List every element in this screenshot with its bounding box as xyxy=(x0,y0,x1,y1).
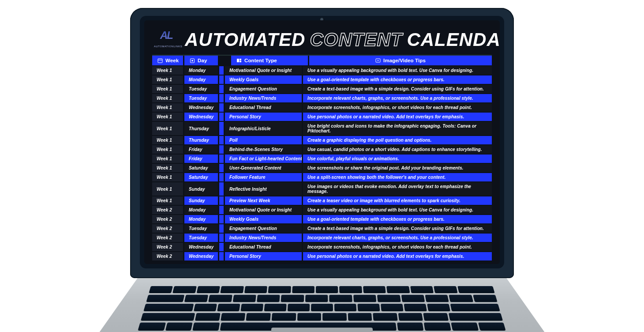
cell-day: Tuesday xyxy=(184,94,218,102)
laptop-base xyxy=(97,278,547,332)
cell-day: Tuesday xyxy=(184,85,218,93)
table-row: Week 2TuesdayEngagement QuestionCreate a… xyxy=(152,224,492,233)
cell-content-type: Follower Feature xyxy=(225,173,302,181)
table-row: Week 2WednesdayEducational ThreadIncorpo… xyxy=(152,243,492,251)
table-row: Week 1MondayWeekly GoalsUse a goal-orien… xyxy=(152,75,492,84)
table-row: Week 1TuesdayIndustry News/TrendsIncorpo… xyxy=(152,94,492,102)
cell-spacer xyxy=(219,173,224,181)
cell-tips: Create a graphic displaying the poll que… xyxy=(303,136,492,144)
cell-tips: Use images or videos that evoke emotion.… xyxy=(303,182,492,196)
cell-content-type: Personal Story xyxy=(225,252,302,260)
cell-spacer xyxy=(219,243,224,251)
cell-tips: Incorporate screenshots, infographics, o… xyxy=(303,103,492,112)
cell-week: Week 1 xyxy=(152,94,183,102)
cell-week: Week 2 xyxy=(152,206,183,214)
cell-week: Week 1 xyxy=(152,85,183,93)
cell-spacer xyxy=(219,196,224,205)
col-header-day: Day xyxy=(184,56,218,65)
cell-spacer xyxy=(219,136,224,144)
cell-content-type: Engagement Question xyxy=(225,224,302,233)
col-header-tips: Image/Video Tips xyxy=(309,56,492,65)
keyboard xyxy=(138,286,506,331)
cell-spacer xyxy=(219,234,224,242)
cell-content-type: Educational Thread xyxy=(225,103,302,112)
cell-spacer xyxy=(219,94,224,102)
table-row: Week 1WednesdayEducational ThreadIncorpo… xyxy=(152,103,492,112)
table-row: Week 2MondayWeekly GoalsUse a goal-orien… xyxy=(152,215,492,223)
cell-content-type: Poll xyxy=(225,136,302,144)
cell-spacer xyxy=(219,215,224,223)
cell-tips: Use screenshots or share the original po… xyxy=(303,164,492,172)
cell-spacer xyxy=(219,75,224,84)
svg-rect-4 xyxy=(237,59,239,62)
cell-week: Week 2 xyxy=(152,252,183,260)
table-row: Week 1SaturdayUser-Generated ContentUse … xyxy=(152,164,492,172)
col-header-week: Week xyxy=(152,56,183,65)
table-row: Week 1TuesdayEngagement QuestionCreate a… xyxy=(152,85,492,93)
image-video-icon xyxy=(375,58,381,63)
header-spacer xyxy=(219,56,230,65)
content-type-icon xyxy=(236,58,242,63)
cell-day: Monday xyxy=(184,66,218,75)
cell-day: Saturday xyxy=(184,173,218,181)
table-row: Week 1ThursdayInfographic/ListicleUse br… xyxy=(152,122,492,135)
cell-content-type: Personal Story xyxy=(225,113,302,121)
cell-day: Wednesday xyxy=(184,243,218,251)
cell-day: Tuesday xyxy=(184,234,218,242)
cell-week: Week 2 xyxy=(152,243,183,251)
svg-rect-5 xyxy=(240,59,241,60)
cell-tips: Incorporate relevant charts, graphs, or … xyxy=(303,234,492,242)
cell-content-type: Preview Next Week xyxy=(225,196,302,205)
cell-spacer xyxy=(219,113,224,121)
display: AL AUTOMATIONLINKS AUTOMATED CONTENT CAL… xyxy=(144,20,500,264)
cell-week: Week 1 xyxy=(152,66,183,75)
cell-content-type: Motivational Quote or Insight xyxy=(225,206,302,214)
cell-tips: Use bright colors and icons to make the … xyxy=(303,122,492,135)
cell-day: Wednesday xyxy=(184,103,218,112)
cell-content-type: User-Generated Content xyxy=(225,164,302,172)
cell-content-type: Reflective Insight xyxy=(225,182,302,196)
cell-day: Friday xyxy=(184,145,218,154)
cell-week: Week 1 xyxy=(152,145,183,154)
title-word-2: CONTENT xyxy=(310,29,402,50)
table-row: Week 2WednesdayPersonal StoryUse persona… xyxy=(152,252,492,260)
cell-day: Sunday xyxy=(184,196,218,205)
cell-day: Monday xyxy=(184,215,218,223)
cell-day: Saturday xyxy=(184,164,218,172)
cell-day: Thursday xyxy=(184,136,218,144)
svg-rect-3 xyxy=(192,60,193,61)
cell-content-type: Weekly Goals xyxy=(225,215,302,223)
cell-spacer xyxy=(219,224,224,233)
cell-day: Friday xyxy=(184,155,218,163)
logo: AL AUTOMATIONLINKS xyxy=(154,30,179,49)
cell-spacer xyxy=(219,122,224,135)
cell-tips: Create a text-based image with a simple … xyxy=(303,224,492,233)
cell-content-type: Motivational Quote or Insight xyxy=(225,66,302,75)
svg-rect-0 xyxy=(158,59,162,63)
cell-week: Week 1 xyxy=(152,182,183,196)
cell-tips: Incorporate relevant charts, graphs, or … xyxy=(303,94,492,102)
cell-tips: Use a visually appealing background with… xyxy=(303,206,492,214)
logo-subtext: AUTOMATIONLINKS xyxy=(154,45,182,48)
cell-content-type: Fun Fact or Light-hearted Content xyxy=(225,155,302,163)
page-title: AUTOMATED CONTENT CALENDAR xyxy=(185,29,500,50)
cell-content-type: Weekly Goals xyxy=(225,75,302,84)
cell-week: Week 2 xyxy=(152,224,183,233)
screen-bezel: AL AUTOMATIONLINKS AUTOMATED CONTENT CAL… xyxy=(140,16,504,268)
cell-tips: Use a split-screen showing both the foll… xyxy=(303,173,492,181)
cell-week: Week 1 xyxy=(152,155,183,163)
table-row: Week 1SundayPreview Next WeekCreate a te… xyxy=(152,196,492,205)
cell-tips: Create a text-based image with a simple … xyxy=(303,85,492,93)
table-row: Week 1ThursdayPollCreate a graphic displ… xyxy=(152,136,492,144)
table-row: Week 1SaturdayFollower FeatureUse a spli… xyxy=(152,173,492,181)
cell-content-type: Engagement Question xyxy=(225,85,302,93)
cell-spacer xyxy=(219,164,224,172)
laptop-lid: AL AUTOMATIONLINKS AUTOMATED CONTENT CAL… xyxy=(130,8,514,278)
cell-spacer xyxy=(219,85,224,93)
trackpad xyxy=(271,328,373,332)
content-table: Week Day Cont xyxy=(152,55,492,260)
logo-mark: AL xyxy=(154,30,179,40)
svg-marker-8 xyxy=(378,60,379,61)
table-row: Week 2TuesdayIndustry News/TrendsIncorpo… xyxy=(152,234,492,242)
table-header-row: Week Day Cont xyxy=(152,56,492,65)
